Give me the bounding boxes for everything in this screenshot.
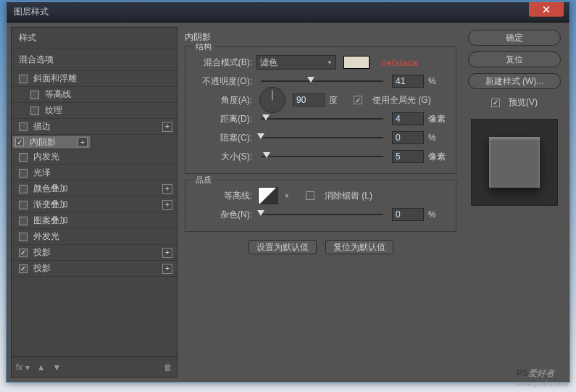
- sidebar-item-7[interactable]: 颜色叠加+: [12, 181, 177, 197]
- opacity-slider[interactable]: [261, 77, 383, 86]
- style-label: 内发光: [33, 151, 59, 163]
- global-light-label: 使用全局光 (G): [372, 94, 431, 107]
- sidebar-item-1[interactable]: 等高线: [12, 87, 177, 103]
- angle-label: 角度(A):: [193, 94, 252, 107]
- add-instance-icon[interactable]: +: [78, 137, 88, 147]
- sidebar-item-11[interactable]: 投影+: [12, 245, 177, 261]
- style-checkbox[interactable]: [30, 91, 39, 99]
- style-checkbox[interactable]: [19, 264, 28, 273]
- distance-row: 距离(D): 像素: [193, 109, 448, 128]
- noise-slider[interactable]: [261, 210, 383, 219]
- sidebar-item-2[interactable]: 纹理: [12, 103, 177, 119]
- preview-row: 预览(V): [491, 96, 538, 109]
- quality-group: 品质 等高线: ▼ 消除锯齿 (L) 杂色(N): %: [185, 180, 456, 232]
- style-checkbox[interactable]: [19, 249, 28, 257]
- sidebar-item-6[interactable]: 光泽: [12, 165, 177, 181]
- styles-sidebar: 样式 混合选项 斜面和浮雕等高线纹理描边+内阴影+内发光光泽颜色叠加+渐变叠加+…: [11, 27, 178, 378]
- opacity-input[interactable]: [392, 75, 424, 88]
- size-label: 大小(S):: [193, 151, 252, 163]
- angle-input[interactable]: [293, 93, 325, 107]
- preview-box: [471, 119, 558, 206]
- sidebar-header-blend[interactable]: 混合选项: [12, 49, 177, 71]
- blend-mode-row: 混合模式(B): 滤色▼ #e0daca: [193, 53, 448, 72]
- cancel-button[interactable]: 复位: [468, 51, 561, 67]
- move-up-icon[interactable]: ▲: [37, 362, 46, 372]
- add-instance-icon[interactable]: +: [162, 200, 172, 210]
- close-icon: [543, 6, 550, 13]
- blend-mode-label: 混合模式(B):: [193, 57, 252, 69]
- trash-icon[interactable]: 🗑: [164, 362, 172, 372]
- sidebar-header-styles[interactable]: 样式: [12, 28, 177, 49]
- sidebar-footer: fx ▾ ▲ ▼ 🗑: [12, 356, 177, 377]
- sidebar-item-3[interactable]: 描边+: [12, 119, 177, 135]
- sidebar-item-0[interactable]: 斜面和浮雕: [12, 71, 177, 87]
- add-instance-icon[interactable]: +: [162, 184, 172, 194]
- noise-input[interactable]: [392, 208, 424, 221]
- style-checkbox[interactable]: [30, 107, 39, 115]
- choke-label: 阻塞(C):: [193, 132, 252, 144]
- chevron-down-icon: ▼: [327, 59, 333, 66]
- sidebar-item-5[interactable]: 内发光: [12, 149, 177, 165]
- style-label: 等高线: [45, 88, 71, 101]
- size-row: 大小(S): 像素: [193, 147, 448, 166]
- sidebar-item-8[interactable]: 渐变叠加+: [12, 197, 177, 213]
- style-checkbox[interactable]: [19, 201, 28, 209]
- contour-label: 等高线:: [193, 190, 252, 202]
- distance-input[interactable]: [392, 112, 424, 125]
- sidebar-item-9[interactable]: 图案叠加: [12, 213, 177, 229]
- antialias-checkbox[interactable]: [306, 191, 314, 200]
- style-checkbox[interactable]: [19, 153, 28, 162]
- style-checkbox[interactable]: [19, 75, 28, 83]
- noise-label: 杂色(N):: [193, 209, 252, 221]
- global-light-checkbox[interactable]: [354, 96, 362, 104]
- move-down-icon[interactable]: ▼: [53, 362, 62, 372]
- style-checkbox[interactable]: [19, 217, 28, 225]
- style-label: 光泽: [33, 167, 51, 179]
- right-panel: 确定 复位 新建样式 (W)... 预览(V): [464, 27, 565, 378]
- sidebar-item-10[interactable]: 外发光: [12, 229, 177, 245]
- style-label: 外发光: [33, 230, 59, 243]
- titlebar[interactable]: 图层样式: [7, 2, 569, 22]
- sidebar-item-12[interactable]: 投影+: [12, 261, 177, 277]
- blend-mode-select[interactable]: 滤色▼: [256, 55, 336, 70]
- choke-input[interactable]: [392, 131, 424, 144]
- color-swatch[interactable]: [343, 56, 370, 69]
- distance-label: 距离(D):: [193, 113, 252, 125]
- style-checkbox[interactable]: [19, 169, 28, 178]
- panel-title: 内阴影: [185, 31, 456, 43]
- noise-row: 杂色(N): %: [193, 205, 448, 224]
- preview-checkbox[interactable]: [491, 99, 500, 107]
- style-checkbox[interactable]: [19, 122, 28, 131]
- opacity-label: 不透明度(O):: [193, 75, 252, 88]
- distance-slider[interactable]: [261, 114, 383, 123]
- size-slider[interactable]: [261, 152, 383, 161]
- add-instance-icon[interactable]: +: [162, 122, 172, 132]
- choke-row: 阻塞(C): %: [193, 128, 448, 147]
- style-label: 投影: [33, 262, 51, 275]
- add-instance-icon[interactable]: +: [162, 248, 172, 258]
- window-title: 图层样式: [14, 6, 49, 18]
- dialog-body: 样式 混合选项 斜面和浮雕等高线纹理描边+内阴影+内发光光泽颜色叠加+渐变叠加+…: [7, 22, 569, 382]
- style-label: 内阴影: [30, 136, 56, 149]
- sidebar-item-4[interactable]: 内阴影+: [12, 135, 91, 149]
- structure-label: 结构: [193, 41, 214, 52]
- fx-menu[interactable]: fx ▾: [16, 362, 30, 372]
- ok-button[interactable]: 确定: [468, 30, 561, 46]
- style-checkbox[interactable]: [19, 233, 28, 241]
- contour-picker[interactable]: [258, 187, 278, 204]
- contour-row: 等高线: ▼ 消除锯齿 (L): [193, 186, 448, 205]
- new-style-button[interactable]: 新建样式 (W)...: [468, 73, 561, 89]
- add-instance-icon[interactable]: +: [162, 264, 172, 274]
- angle-dial[interactable]: [259, 87, 285, 113]
- structure-group: 结构 混合模式(B): 滤色▼ #e0daca 不透明度(O): %: [185, 46, 456, 174]
- chevron-down-icon[interactable]: ▼: [284, 193, 290, 199]
- close-button[interactable]: [529, 2, 564, 17]
- style-checkbox[interactable]: [15, 138, 24, 146]
- style-checkbox[interactable]: [19, 185, 28, 193]
- preview-swatch: [489, 137, 540, 188]
- reset-default-button[interactable]: 复位为默认值: [325, 240, 393, 254]
- make-default-button[interactable]: 设置为默认值: [249, 240, 317, 254]
- choke-slider[interactable]: [261, 133, 383, 142]
- antialias-label: 消除锯齿 (L): [325, 190, 372, 202]
- size-input[interactable]: [392, 150, 424, 163]
